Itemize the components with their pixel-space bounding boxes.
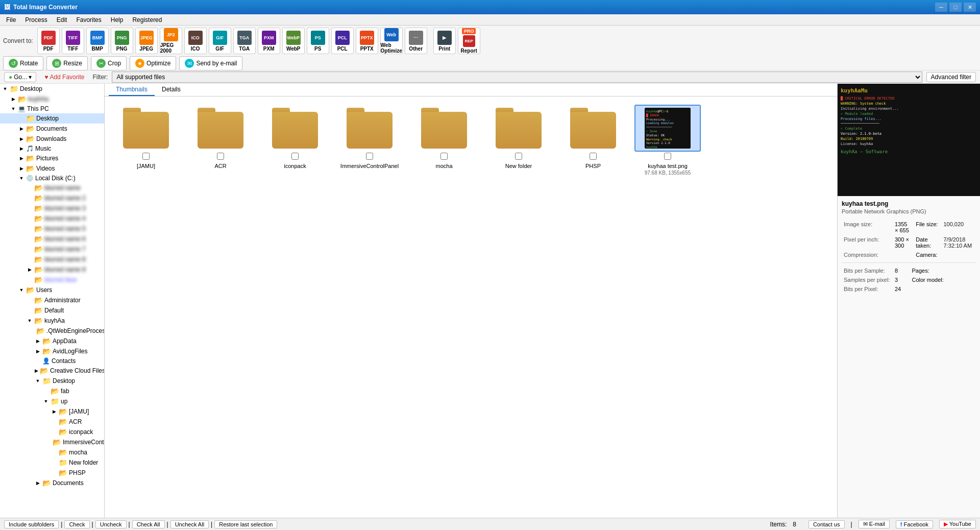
format-ico[interactable]: ICO ICO [184, 28, 207, 54]
tree-item-documents[interactable]: ▶ 📂 Documents [0, 124, 104, 134]
tree-item-up[interactable]: ▼ 📁 up [0, 396, 104, 406]
tree-item-jamu-sub[interactable]: ▶ 📂 [JAMU] [0, 406, 104, 417]
folder-item-new-folder[interactable] [485, 105, 552, 152]
folder-checkbox-iconpack[interactable] [291, 153, 299, 160]
menu-help[interactable]: Help [107, 15, 128, 25]
tree-item-appdata[interactable]: ▶ 📂 AppData [0, 336, 104, 346]
folder-item-iconpack[interactable] [262, 105, 328, 152]
tree-expand[interactable] [51, 419, 57, 425]
tree-expand[interactable]: ▶ [18, 155, 24, 161]
rotate-button[interactable]: ↺ Rotate [3, 56, 43, 70]
optimize-button[interactable]: ★ Optimize [130, 56, 176, 70]
tree-item-blurred-4[interactable]: 📂 blurred name 4 [0, 213, 104, 224]
format-pptx[interactable]: PPTX PPTX [356, 28, 378, 54]
folder-item-immersive[interactable] [336, 105, 403, 152]
tree-item-this-pc[interactable]: ▼ 💻 This PC [0, 104, 104, 113]
tree-expand[interactable] [27, 185, 33, 191]
tree-expand[interactable]: ▶ [10, 96, 16, 102]
tree-expand[interactable] [43, 388, 49, 394]
tree-item-blurred-1[interactable]: 📂 blurred name [0, 183, 104, 193]
folder-item-phsp[interactable] [560, 105, 626, 152]
uncheck-all-button[interactable]: Uncheck All [170, 520, 209, 528]
add-favorite-button[interactable]: ♥ Add Favorite [40, 73, 88, 82]
tree-item-documents-kuyhaa[interactable]: ▶ 📂 Documents [0, 478, 104, 488]
format-print[interactable]: ▶ Print [433, 28, 456, 54]
tree-expand[interactable] [35, 358, 41, 364]
tree-expand[interactable]: ▶ [18, 165, 24, 172]
tree-item-administrator[interactable]: 📂 Administrator [0, 295, 104, 305]
tree-item-blurred-9[interactable]: ▶ 📂 blurred name 9 [0, 264, 104, 275]
tree-item-acr-sub[interactable]: 📂 ACR [0, 417, 104, 427]
email-button[interactable]: ✉ E-mail [859, 520, 890, 528]
tree-item-qtwebengine[interactable]: 📂 .QtWebEngineProcess [0, 326, 104, 336]
format-pxm[interactable]: PXM PXM [258, 28, 280, 54]
tree-expand[interactable] [18, 115, 24, 122]
tree-item-new-folder-sub[interactable]: 📁 New folder [0, 457, 104, 468]
tree-expand[interactable] [27, 195, 33, 201]
tree-expand[interactable]: ▼ [18, 175, 24, 181]
tree-item-desktop-root[interactable]: ▼ 📁 Desktop [0, 84, 104, 94]
tree-expand[interactable]: ▶ [35, 480, 41, 486]
tree-item-kuyhaa-user[interactable]: ▶ 📂 kuyhAa [0, 94, 104, 104]
tree-item-immersive-sub[interactable]: 📂 ImmersiveContro... [0, 437, 104, 447]
resize-button[interactable]: ⊞ Resize [46, 56, 88, 70]
restore-selection-button[interactable]: Restore last selection [214, 520, 277, 528]
tree-expand[interactable]: ▼ [35, 378, 41, 384]
tree-expand[interactable]: ▶ [27, 267, 33, 273]
facebook-button[interactable]: f Facebook [896, 520, 933, 528]
tree-expand[interactable]: ▶ [18, 136, 24, 142]
tab-thumbnails[interactable]: Thumbnails [109, 84, 155, 96]
tree-expand[interactable]: ▼ [18, 287, 24, 293]
contact-us-button[interactable]: Contact us [808, 520, 845, 528]
format-pdf[interactable]: PDF PDF [37, 28, 60, 54]
filter-select[interactable]: All supported files [112, 71, 922, 83]
format-weboptimize[interactable]: Web Web Optimize [380, 28, 403, 54]
tree-expand[interactable] [27, 246, 33, 252]
tree-expand[interactable]: ▶ [18, 126, 24, 132]
tree-item-blurred-2[interactable]: 📂 blurred name 2 [0, 193, 104, 203]
format-ps[interactable]: PS PS [307, 28, 329, 54]
tree-expand[interactable] [27, 205, 33, 211]
tree-expand[interactable] [27, 215, 33, 222]
folder-checkbox-mocha[interactable] [440, 153, 448, 160]
tree-expand[interactable]: ▼ [2, 86, 8, 92]
tree-item-avidlogfiles[interactable]: ▶ 📂 AvidLogFiles [0, 346, 104, 356]
uncheck-button[interactable]: Uncheck [95, 520, 127, 528]
tree-item-blurred-3[interactable]: 📂 blurred name 3 [0, 203, 104, 213]
tree-expand[interactable]: ▶ [35, 368, 38, 374]
tree-item-fab[interactable]: 📂 fab [0, 386, 104, 396]
tree-item-blurred-7[interactable]: 📂 blurred name 7 [0, 244, 104, 254]
advanced-filter-button[interactable]: Advanced filter [926, 72, 976, 82]
folder-checkbox-jamu[interactable] [142, 153, 150, 160]
format-report[interactable]: PRO REP Report [458, 28, 480, 54]
tree-item-blurred-6[interactable]: 📂 blurred name 6 [0, 234, 104, 244]
format-tiff[interactable]: TIFF TIFF [62, 28, 84, 54]
format-jpeg2000[interactable]: JP2 JPEG 2000 [160, 28, 182, 54]
tree-item-iconpack-sub[interactable]: 📂 iconpack [0, 427, 104, 437]
close-button[interactable]: ✕ [964, 3, 976, 12]
tree-expand[interactable]: ▼ [10, 106, 16, 112]
format-gif[interactable]: GIF GIF [209, 28, 231, 54]
format-pcl[interactable]: PCL PCL [331, 28, 354, 54]
maximize-button[interactable]: □ [949, 3, 962, 12]
tree-item-blurred-5[interactable]: 📂 blurred name 5 [0, 224, 104, 234]
folder-checkbox-acr[interactable] [217, 153, 224, 160]
tree-item-kuyhaa[interactable]: ▼ 📂 kuyhAa [0, 316, 104, 326]
file-item-kuyhaa-test[interactable]: kuyhAa@PC:~$ █ ERROR Processing... Loadi… [634, 105, 701, 152]
tree-item-blurred-8[interactable]: 📂 blurred name 8 [0, 254, 104, 264]
tree-item-contacts[interactable]: 👤 Contacts [0, 356, 104, 366]
format-bmp[interactable]: BMP BMP [86, 28, 109, 54]
tree-item-mocha-sub[interactable]: 📂 mocha [0, 447, 104, 457]
tree-scroll[interactable]: ▼ 📁 Desktop ▶ 📂 kuyhAa ▼ 💻 This PC 📁 Des… [0, 84, 104, 518]
tree-expand[interactable]: ▶ [51, 408, 57, 415]
tree-item-phsp-sub[interactable]: 📂 PHSP [0, 468, 104, 478]
check-all-button[interactable]: Check All [132, 520, 165, 528]
minimize-button[interactable]: ─ [935, 3, 947, 12]
tree-item-blurred-10[interactable]: 📂 blurred blue [0, 275, 104, 285]
tree-expand[interactable] [27, 236, 33, 242]
send-email-button[interactable]: ✉ Send by e-mail [179, 56, 242, 70]
file-checkbox-kuyhaa[interactable] [664, 153, 671, 160]
tree-expand[interactable]: ▶ [35, 338, 41, 344]
tree-expand[interactable] [51, 449, 57, 455]
menu-favorites[interactable]: Favorites [72, 15, 105, 25]
